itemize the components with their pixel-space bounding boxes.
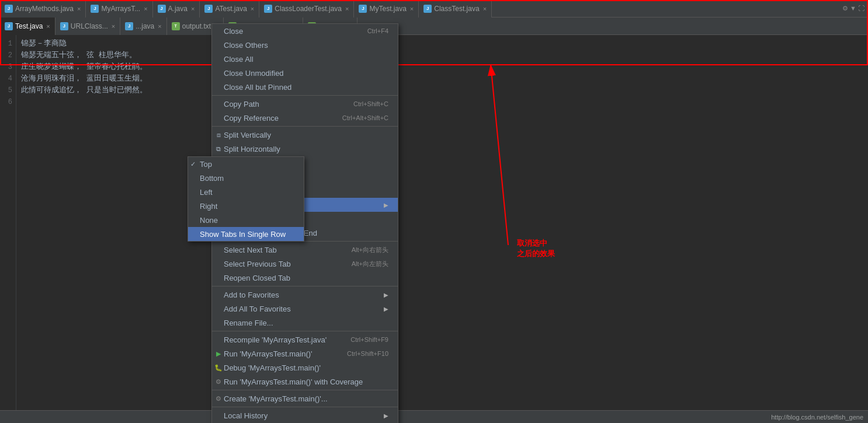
submenu-show-single-row[interactable]: Show Tabs In Single Row [188,227,304,241]
submenu-left[interactable]: Left [188,185,304,199]
menu-close-unmodified[interactable]: Close Unmodified [212,66,398,80]
menu-sep-6 [212,390,398,390]
coverage-icon: ⚙ [214,378,223,386]
menu-recompile-shortcut: Ctrl+Shift+F9 [350,336,388,343]
menu-close-others[interactable]: Close Others [212,38,398,52]
menu-copy-reference-shortcut: Ctrl+Alt+Shift+C [342,114,388,121]
menu-sep-7 [212,407,398,407]
tab-label-output: output.txt [182,22,211,30]
split-horizontally-icon: ⧉ [214,145,223,153]
tab-close-urlclass[interactable]: × [112,23,115,30]
debug-icon: 🐛 [214,364,223,372]
submenu-top-label: Top [200,160,212,169]
menu-add-all-favorites[interactable]: Add All To Favorites ▶ [212,302,398,316]
code-line-4: 沧海月明珠有泪， 蓝田日暖玉生烟。 [21,73,863,85]
tab-label-mytest: MyTest.java [369,5,406,13]
status-bar: http://blog.csdn.net/selfish_gene [0,410,868,423]
add-favorites-arrow-icon: ▶ [384,292,388,298]
menu-close-unmodified-label: Close Unmodified [224,69,284,78]
menu-close-all-pinned[interactable]: Close All but Pinned [212,80,398,94]
editor-wrapper: J ArrayMethods.java × J MyArraysT... × J… [0,0,868,423]
menu-close-others-label: Close Others [224,41,268,50]
tab-atest[interactable]: J ATest.java × [200,0,259,18]
menu-local-history[interactable]: Local History ▶ [212,408,398,422]
tab-icon-classloader: J [264,5,272,13]
tab-testjava[interactable]: J Test.java × [0,18,55,35]
submenu-right-label: Right [200,202,217,211]
menu-split-horizontally[interactable]: ⧉ Split Horizontally [212,142,398,156]
tab-close-myarrays[interactable]: × [144,5,147,12]
status-url: http://blog.csdn.net/selfish_gene [771,414,863,421]
tab-bar-row2: J Test.java × J URLClass... × J ...java … [0,18,868,35]
tab-close-atest[interactable]: × [251,5,254,12]
menu-close[interactable]: Close Ctrl+F4 [212,24,398,38]
tab-icon-ajava: J [158,5,166,13]
tab-icon-dotjava: J [125,22,133,30]
tab-arraymethods[interactable]: J ArrayMethods.java × [0,0,86,18]
menu-sep-5 [212,331,398,331]
tab-close-dotjava[interactable]: × [158,23,161,30]
editor-toolbar-icons: ⚙ ▼ ⛶ [842,5,864,12]
submenu-bottom[interactable]: Bottom [188,171,304,185]
tab-close-ajava[interactable]: × [191,5,195,12]
menu-close-all[interactable]: Close All [212,52,398,66]
tab-classtest[interactable]: J ClassTest.java × [419,0,492,18]
tab-close-arraymethods[interactable]: × [77,5,81,12]
tab-label-classloader: ClassLoaderTest.java [275,5,342,13]
code-line-6 [21,96,863,108]
menu-rename-file-label: Rename File... [224,319,273,327]
menu-add-all-favorites-label: Add All To Favorites [224,305,291,313]
menu-recompile[interactable]: Recompile 'MyArraysTest.java' Ctrl+Shift… [212,333,398,347]
menu-create-label: Create 'MyArraysTest.main()'... [224,394,328,403]
menu-create[interactable]: ⚙ Create 'MyArraysTest.main()'... [212,391,398,405]
code-line-5: 此情可待成追忆， 只是当时已惘然。 [21,85,863,96]
tab-close-mytest[interactable]: × [410,5,414,12]
tab-close-classloader[interactable]: × [345,5,349,12]
submenu-top[interactable]: ✓ Top [188,157,304,171]
tab-icon-myarrays: J [91,5,99,13]
tab-icon-atest: J [204,5,213,13]
code-editor[interactable]: 锦瑟－李商隐 锦瑟无端五十弦， 弦 柱思华年。 庄生晓梦迷蝴蝶， 望帝春心托杜鹃… [16,35,868,423]
menu-select-next-tab-shortcut: Alt+向右箭头 [352,246,388,254]
tab-close-testjava[interactable]: × [46,23,50,30]
menu-debug[interactable]: 🐛 Debug 'MyArraysTest.main()' [212,361,398,375]
annotation-text-1: 取消选中 [517,238,547,249]
tab-label-ajava: A.java [168,5,188,13]
tab-icon-testjava: J [5,22,13,30]
menu-add-to-favorites[interactable]: Add to Favorites ▶ [212,288,398,302]
code-line-1: 锦瑟－李商隐 [21,38,863,50]
menu-run[interactable]: ▶ Run 'MyArraysTest.main()' Ctrl+Shift+F… [212,347,398,361]
tab-label-urlclass: URLClass... [71,22,108,30]
menu-run-label: Run 'MyArraysTest.main()' [224,349,313,358]
menu-copy-reference[interactable]: Copy Reference Ctrl+Alt+Shift+C [212,111,398,125]
tab-ajava[interactable]: J A.java × [153,0,200,18]
menu-reopen-closed[interactable]: Reopen Closed Tab [212,271,398,285]
tab-mytest[interactable]: J MyTest.java × [354,0,419,18]
menu-select-prev-tab-label: Select Previous Tab [224,260,291,268]
annotation-text-2: 之后的效果 [517,249,555,259]
menu-close-label: Close [224,27,243,36]
menu-split-vertically[interactable]: ⧈ Split Vertically [212,128,398,142]
tab-myarrays[interactable]: J MyArraysT... × [86,0,152,18]
tab-urlclass[interactable]: J URLClass... × [55,18,120,35]
code-line-2: 锦瑟无端五十弦， 弦 柱思华年。 [21,50,863,61]
tab-icon-output: T [172,22,180,30]
tab-bar-row1: J ArrayMethods.java × J MyArraysT... × J… [0,0,868,18]
menu-coverage[interactable]: ⚙ Run 'MyArraysTest.main()' with Coverag… [212,375,398,389]
menu-copy-path-label: Copy Path [224,100,259,109]
submenu-none-label: None [200,216,218,225]
submenu-show-single-row-label: Show Tabs In Single Row [200,230,286,239]
menu-select-prev-tab[interactable]: Select Previous Tab Alt+向左箭头 [212,257,398,271]
tab-classloader[interactable]: J ClassLoaderTest.java × [259,0,354,18]
tab-icon-classtest: J [423,5,432,13]
tab-label-arraymethods: ArrayMethods.java [15,5,74,13]
tab-close-classtest[interactable]: × [483,5,487,12]
tab-dotjava[interactable]: J ...java × [120,18,166,35]
submenu-right[interactable]: Right [188,199,304,213]
menu-rename-file[interactable]: Rename File... [212,316,398,330]
submenu-bottom-label: Bottom [200,174,224,183]
menu-close-all-label: Close All [224,55,254,64]
menu-select-next-tab[interactable]: Select Next Tab Alt+向右箭头 [212,243,398,257]
menu-copy-path[interactable]: Copy Path Ctrl+Shift+C [212,97,398,111]
submenu-none[interactable]: None [188,213,304,227]
